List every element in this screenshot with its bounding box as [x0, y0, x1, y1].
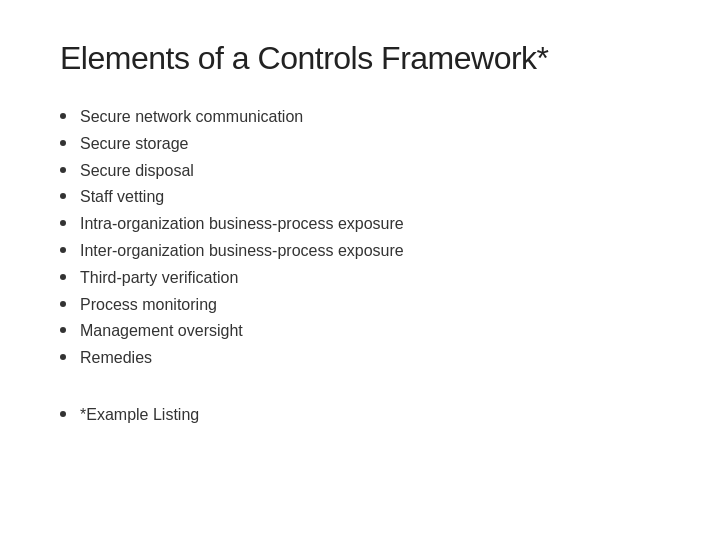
list-item: Secure network communication	[60, 105, 660, 130]
bullet-dot-0	[60, 113, 66, 119]
bullet-item-text-5: Inter-organization business-process expo…	[80, 239, 404, 264]
slide-title: Elements of a Controls Framework*	[60, 40, 660, 77]
bullet-item-text-2: Secure disposal	[80, 159, 194, 184]
bullet-dot-9	[60, 354, 66, 360]
list-item: Secure disposal	[60, 159, 660, 184]
bullet-dot-2	[60, 167, 66, 173]
list-item: Secure storage	[60, 132, 660, 157]
bullet-item-text-7: Process monitoring	[80, 293, 217, 318]
bullet-item-text-3: Staff vetting	[80, 185, 164, 210]
list-item: Inter-organization business-process expo…	[60, 239, 660, 264]
list-item: Process monitoring	[60, 293, 660, 318]
list-item: Remedies	[60, 346, 660, 371]
bullet-dot-8	[60, 327, 66, 333]
bullet-list: Secure network communicationSecure stora…	[60, 105, 660, 373]
bullet-item-text-1: Secure storage	[80, 132, 189, 157]
bullet-dot-3	[60, 193, 66, 199]
footer-item: *Example Listing	[60, 403, 660, 428]
bullet-item-text-9: Remedies	[80, 346, 152, 371]
bullet-item-text-4: Intra-organization business-process expo…	[80, 212, 404, 237]
footer-item-text: *Example Listing	[80, 403, 199, 428]
bullet-dot-6	[60, 274, 66, 280]
bullet-dot-7	[60, 301, 66, 307]
bullet-item-text-0: Secure network communication	[80, 105, 303, 130]
list-item: Third-party verification	[60, 266, 660, 291]
list-item: Intra-organization business-process expo…	[60, 212, 660, 237]
list-item: Management oversight	[60, 319, 660, 344]
slide: Elements of a Controls Framework* Secure…	[0, 0, 720, 540]
bullet-dot-footer	[60, 411, 66, 417]
bullet-item-text-8: Management oversight	[80, 319, 243, 344]
bullet-item-text-6: Third-party verification	[80, 266, 238, 291]
bullet-dot-4	[60, 220, 66, 226]
list-item: Staff vetting	[60, 185, 660, 210]
bullet-dot-1	[60, 140, 66, 146]
bullet-dot-5	[60, 247, 66, 253]
